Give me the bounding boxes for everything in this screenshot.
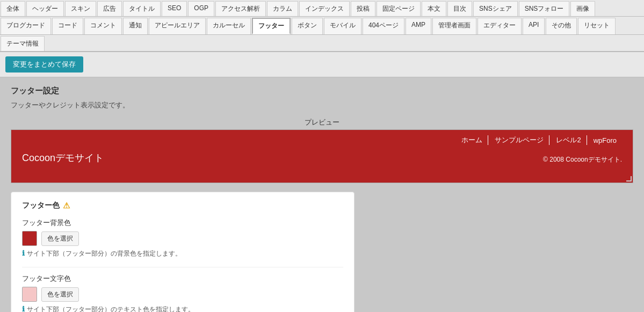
preview-nav-item: レベル2	[551, 135, 587, 145]
nav-tab[interactable]: ヘッダー	[26, 1, 64, 16]
nav-tab[interactable]: 投稿	[351, 1, 375, 16]
preview-label: プレビュー	[11, 118, 633, 127]
save-button[interactable]: 変更をまとめて保存	[5, 56, 83, 72]
footer-color-title-text: フッター色	[22, 201, 60, 211]
bg-color-btn[interactable]: 色を選択	[41, 231, 79, 246]
bg-color-label: フッター背景色	[22, 218, 343, 228]
nav-row-1: 全体ヘッダースキン広告タイトルSEOOGPアクセス解析カラムインデックス投稿固定…	[0, 0, 644, 17]
nav-tab[interactable]: タイトル	[123, 1, 161, 16]
settings-card-title: フッター色 ⚠	[22, 201, 343, 211]
nav-tab[interactable]: 目次	[447, 1, 472, 16]
nav-tab[interactable]: ブログカード	[1, 18, 51, 34]
text-hint-content: サイト下部（フッター部分）のテキスト色を指定します。	[27, 305, 194, 312]
nav-tab[interactable]: コード	[52, 18, 83, 34]
content-area: フッター設定 フッターやクレジット表示設定です。 プレビュー ホームサンプルペー…	[0, 77, 644, 312]
text-hint-text: ℹ サイト下部（フッター部分）のテキスト色を指定します。	[22, 305, 343, 312]
divider	[22, 267, 343, 267]
preview-copyright: © 2008 Cocoonデモサイト.	[543, 155, 622, 164]
text-color-swatch[interactable]	[22, 287, 37, 302]
nav-tab[interactable]: 本文	[422, 1, 446, 16]
bg-hint-content: サイト下部（フッター部分）の背景色を指定します。	[27, 249, 182, 258]
nav-tab[interactable]: 画像	[570, 1, 595, 16]
nav-tab[interactable]: SNSフォロー	[519, 1, 570, 16]
nav-row-3: テーマ情報	[0, 35, 644, 52]
text-color-section: フッター文字色 色を選択 ℹ サイト下部（フッター部分）のテキスト色を指定します…	[22, 274, 343, 312]
save-bar: 変更をまとめて保存	[0, 52, 644, 77]
preview-nav-item: ホーム	[456, 135, 488, 145]
nav-tab[interactable]: 広告	[97, 1, 122, 16]
nav-row-2: ブログカードコードコメント通知アピールエリアカルーセルフッターボタンモバイル40…	[0, 17, 644, 35]
nav-tab[interactable]: AMP	[406, 18, 431, 34]
preview-footer-row: Cocoonデモサイト © 2008 Cocoonデモサイト.	[11, 148, 633, 171]
nav-tab[interactable]: アクセス解析	[215, 1, 266, 16]
nav-tab[interactable]: OGP	[188, 1, 214, 16]
nav-tab[interactable]: 全体	[1, 1, 25, 16]
settings-card: フッター色 ⚠ フッター背景色 色を選択 ℹ サイト下部（フッター部分）の背景色…	[11, 192, 354, 312]
nav-tab[interactable]: API	[523, 18, 545, 34]
nav-bar: 全体ヘッダースキン広告タイトルSEOOGPアクセス解析カラムインデックス投稿固定…	[0, 0, 644, 52]
preview-box: ホームサンプルページレベル2wpForo Cocoonデモサイト © 2008 …	[11, 129, 633, 183]
preview-site-name: Cocoonデモサイト	[22, 151, 104, 164]
nav-tab[interactable]: カラム	[267, 1, 298, 16]
nav-tab[interactable]: ボタン	[292, 18, 323, 34]
nav-tab[interactable]: リセット	[578, 18, 616, 34]
bg-color-swatch[interactable]	[22, 231, 37, 246]
nav-tab[interactable]: フッター	[252, 18, 291, 34]
nav-tab[interactable]: スキン	[65, 1, 96, 16]
text-color-picker-row: 色を選択	[22, 287, 343, 302]
nav-tab[interactable]: インデックス	[299, 1, 350, 16]
preview-nav-item: サンプルページ	[489, 135, 549, 145]
nav-tab[interactable]: カルーセル	[207, 18, 251, 34]
preview-resize-handle[interactable]	[626, 176, 632, 182]
text-color-btn[interactable]: 色を選択	[41, 287, 79, 302]
nav-tab[interactable]: その他	[546, 18, 577, 34]
nav-tab[interactable]: アピールエリア	[149, 18, 206, 34]
nav-tab[interactable]: 404ページ	[363, 18, 404, 34]
nav-tab[interactable]: 管理者画面	[432, 18, 476, 34]
bg-hint-text: ℹ サイト下部（フッター部分）の背景色を指定します。	[22, 249, 343, 258]
warning-icon: ⚠	[63, 201, 70, 211]
nav-tab[interactable]: モバイル	[324, 18, 361, 34]
section-desc: フッターやクレジット表示設定です。	[11, 100, 633, 110]
nav-tab[interactable]: エディター	[477, 18, 522, 34]
text-color-label: フッター文字色	[22, 274, 343, 284]
section-title: フッター設定	[11, 86, 633, 96]
nav-tab[interactable]: テーマ情報	[1, 36, 45, 51]
preview-nav-item: wpForo	[588, 136, 622, 144]
nav-tab[interactable]: コメント	[84, 18, 122, 34]
info-icon-text: ℹ	[22, 305, 25, 312]
nav-tab[interactable]: SNSシェア	[473, 1, 518, 16]
nav-tab[interactable]: 固定ページ	[377, 1, 421, 16]
nav-tab[interactable]: SEO	[162, 1, 187, 16]
nav-tab[interactable]: 通知	[123, 18, 148, 34]
bg-color-picker-row: 色を選択	[22, 231, 343, 246]
preview-nav: ホームサンプルページレベル2wpForo	[11, 130, 633, 148]
info-icon-bg: ℹ	[22, 249, 25, 257]
bg-color-section: フッター背景色 色を選択 ℹ サイト下部（フッター部分）の背景色を指定します。	[22, 218, 343, 258]
